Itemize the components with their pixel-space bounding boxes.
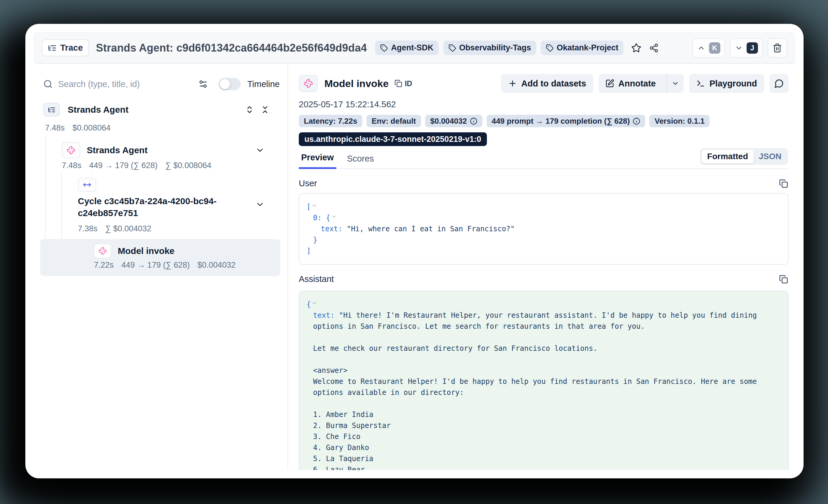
- duration: 7.38s: [78, 224, 97, 234]
- format-toggle-formatted[interactable]: Formatted: [702, 150, 754, 163]
- cost: ∑ $0.004032: [105, 224, 151, 234]
- terminal-icon: [696, 79, 705, 88]
- observation-timestamp: 2025-05-17 15:22:14.562: [299, 99, 789, 110]
- tree-item-cycle[interactable]: [78, 178, 280, 192]
- assistant-section-title: Assistant: [299, 274, 334, 284]
- duration: 7.22s: [94, 260, 114, 270]
- playground-button[interactable]: Playground: [689, 74, 764, 93]
- delete-trace-button[interactable]: [768, 38, 787, 58]
- json-bracket: ]: [306, 247, 311, 255]
- expand-all-icon[interactable]: [245, 105, 254, 114]
- timeline-label: Timeline: [247, 79, 280, 89]
- observation-detail-panel: Model invoke ID Add to datasets: [288, 64, 795, 470]
- json-string-value: "Hi, where can I eat in San Francisco?": [347, 225, 515, 233]
- comments-button[interactable]: [770, 74, 789, 93]
- annotate-button[interactable]: Annotate: [599, 74, 663, 93]
- trace-badge-label: Trace: [60, 43, 83, 53]
- metadata-badge[interactable]: Version: 0.1.1: [650, 115, 710, 127]
- tree-item-stats: 7.22s 449 → 179 (∑ 628) $0.004032: [94, 260, 236, 270]
- generation-pinwheel-icon: [299, 75, 318, 92]
- json-key: text:: [313, 311, 335, 320]
- copy-id-button[interactable]: ID: [395, 79, 412, 88]
- chevron-down-icon[interactable]: [255, 145, 265, 155]
- generation-pinwheel-icon: [94, 244, 111, 258]
- timeline-toggle[interactable]: [218, 78, 241, 90]
- cost: ∑ $0.008064: [165, 161, 211, 170]
- collapse-all-icon[interactable]: [260, 105, 270, 114]
- plus-icon: [508, 79, 517, 88]
- search-icon: [43, 79, 53, 89]
- info-icon: [470, 117, 478, 125]
- collapse-chevron-icon[interactable]: [311, 300, 317, 306]
- json-key: text:: [321, 225, 342, 233]
- desktop-background: Trace Strands Agent: c9d6f01342ca664464b…: [0, 0, 828, 504]
- trace-tag[interactable]: Observability-Tags: [443, 41, 536, 55]
- copy-assistant-button[interactable]: [779, 275, 788, 284]
- body-row: Timeline Strands Agent: [34, 64, 795, 470]
- annotate-dropdown-button[interactable]: [666, 74, 684, 93]
- assistant-section-header: Assistant: [299, 274, 789, 284]
- metadata-badge[interactable]: Env: default: [366, 115, 421, 127]
- model-id-badge[interactable]: us.anthropic.claude-3-7-sonnet-20250219-…: [299, 132, 487, 146]
- share-icon[interactable]: [649, 43, 659, 53]
- shortcut-key-k: K: [709, 42, 720, 54]
- observation-header: Model invoke ID Add to datasets: [299, 74, 789, 93]
- format-toggle-json[interactable]: JSON: [754, 150, 787, 163]
- trace-tag[interactable]: Agent-SDK: [375, 41, 439, 55]
- copy-user-button[interactable]: [779, 179, 788, 188]
- shortcut-key-j: J: [747, 42, 758, 54]
- tree-item-stats: 7.48s 449 → 179 (∑ 628) ∑ $0.008064: [62, 161, 211, 170]
- action-buttons: Add to datasets Annotate: [501, 74, 789, 93]
- list-tree-icon: [48, 44, 57, 52]
- filter-sliders-icon[interactable]: [198, 79, 208, 89]
- collapse-chevron-icon[interactable]: [311, 203, 317, 209]
- id-label: ID: [405, 79, 412, 88]
- title-icons: [631, 43, 659, 53]
- search-input[interactable]: [58, 79, 177, 89]
- tree-item-stats: 7.38s ∑ $0.004032: [78, 224, 151, 234]
- json-index-key: 0:: [313, 214, 322, 222]
- user-section-title: User: [299, 178, 317, 188]
- tokens: 449 → 179 (∑ 628): [89, 161, 157, 170]
- agent-pinwheel-icon: [62, 142, 80, 158]
- favorite-star-icon[interactable]: [631, 43, 641, 53]
- tags: Agent-SDKObservability-TagsOkatank-Proje…: [375, 41, 623, 55]
- trace-tag[interactable]: Okatank-Project: [541, 41, 623, 55]
- duration: 7.48s: [45, 123, 65, 133]
- next-trace-button[interactable]: J: [730, 38, 763, 58]
- tree-item-label-line2[interactable]: c24eb857e751: [78, 208, 138, 218]
- metadata-badge[interactable]: 449 prompt → 179 completion (∑ 628): [487, 115, 646, 127]
- tree-item-trace-root[interactable]: Strands Agent: [43, 102, 280, 117]
- tree-item-agent[interactable]: Strands Agent: [62, 142, 280, 159]
- prev-trace-button[interactable]: K: [692, 38, 725, 58]
- add-to-datasets-button[interactable]: Add to datasets: [501, 74, 593, 93]
- add-to-datasets-label: Add to datasets: [521, 79, 586, 88]
- metadata-badge[interactable]: Latency: 7.22s: [299, 115, 362, 127]
- trace-tag-label: Okatank-Project: [557, 43, 618, 52]
- tree-search-row: Timeline: [43, 77, 280, 91]
- titlebar-controls: K J: [692, 38, 787, 58]
- info-icon: [633, 117, 640, 125]
- tab-scores[interactable]: Scores: [345, 154, 376, 168]
- tab-preview[interactable]: Preview: [299, 153, 336, 169]
- tree-item-label: Strands Agent: [68, 104, 128, 115]
- tree-item-model-invoke[interactable]: Model invoke: [94, 243, 280, 259]
- collapse-chevron-icon[interactable]: [331, 214, 337, 220]
- chevron-up-icon: [697, 44, 705, 52]
- trace-tree-sidebar: Timeline Strands Agent: [34, 64, 288, 470]
- assistant-message-card: { text: "Hi there! I'm Restaurant Helper…: [299, 291, 789, 470]
- expand-collapse-all: [245, 105, 270, 114]
- cost: $0.008064: [73, 123, 111, 133]
- tree-item-label-line1[interactable]: Cycle c3c45b7a-224a-4200-bc94-: [78, 196, 216, 206]
- tag-icon: [380, 44, 388, 52]
- trace-tag-label: Observability-Tags: [459, 43, 531, 52]
- cost: $0.004032: [197, 260, 236, 270]
- json-brace: {: [306, 300, 311, 308]
- metadata-badge-label: $0.004032: [430, 117, 467, 126]
- chevron-down-icon[interactable]: [255, 200, 265, 209]
- copy-icon: [779, 179, 788, 188]
- metadata-badge-label: 449 prompt → 179 completion (∑ 628): [492, 117, 630, 126]
- metadata-badge[interactable]: $0.004032: [425, 115, 483, 127]
- tabs-row: Preview Scores Formatted JSON: [299, 153, 789, 169]
- tokens: 449 → 179 (∑ 628): [121, 260, 190, 270]
